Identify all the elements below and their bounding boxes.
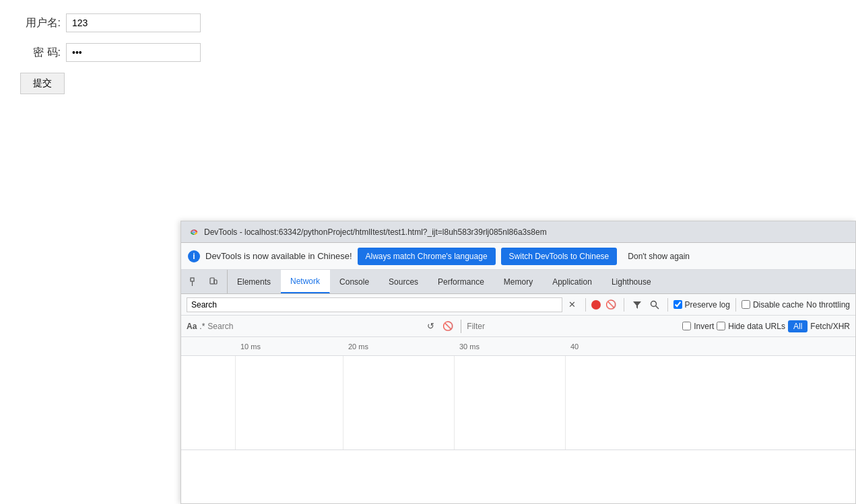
throttle-select[interactable]: No throttling <box>806 300 850 310</box>
search-input[interactable] <box>187 297 562 312</box>
toolbar-separator-3 <box>667 298 668 312</box>
toolbar-separator-4 <box>735 298 736 312</box>
grid-line-1 <box>235 356 236 449</box>
search-icon[interactable] <box>647 297 662 312</box>
infobar-message: DevTools is now available in Chinese! <box>205 251 352 261</box>
tab-network[interactable]: Network <box>281 270 330 293</box>
tab-icon-group <box>181 270 228 293</box>
preserve-log-checkbox-label[interactable]: Preserve log <box>673 300 730 310</box>
invert-checkbox[interactable] <box>682 322 691 330</box>
tab-console[interactable]: Console <box>330 270 379 293</box>
password-row: 密 码: <box>20 43 836 62</box>
svg-marker-9 <box>633 301 641 309</box>
hide-data-urls-checkbox-label[interactable]: Hide data URLs <box>717 322 785 331</box>
invert-checkbox-label[interactable]: Invert <box>682 322 714 331</box>
disable-cache-checkbox-label[interactable]: Disable cache <box>742 300 803 310</box>
username-label: 用户名: <box>20 16 61 30</box>
submit-row: 提交 <box>20 73 836 94</box>
timeline-tick-40ms: 40 <box>570 343 579 351</box>
timeline-body <box>181 356 855 449</box>
disable-cache-checkbox[interactable] <box>742 300 750 309</box>
timeline-ruler: 10 ms 20 ms 30 ms 40 <box>187 337 850 355</box>
filter-input[interactable] <box>467 319 680 334</box>
device-mode-icon[interactable] <box>205 274 222 290</box>
search-text-input[interactable] <box>207 319 420 334</box>
timeline-grid <box>181 356 855 449</box>
timeline-header: 10 ms 20 ms 30 ms 40 <box>181 337 855 356</box>
search-regex-label[interactable]: .* <box>199 322 205 331</box>
password-input[interactable] <box>66 43 201 62</box>
svg-point-8 <box>211 283 212 283</box>
filter-icon[interactable] <box>630 297 645 312</box>
svg-rect-7 <box>214 280 217 284</box>
stop-recording-button[interactable]: 🚫 <box>603 297 618 312</box>
devtools-titlebar: DevTools - localhost:63342/pythonProject… <box>181 221 855 243</box>
devtools-timeline: 10 ms 20 ms 30 ms 40 <box>181 337 855 449</box>
devtools-toolbar: ✕ 🚫 Preserve log Disable cache No thrott… <box>181 294 855 316</box>
tab-elements[interactable]: Elements <box>228 270 281 293</box>
page-content: 用户名: 密 码: 提交 <box>0 0 856 222</box>
grid-line-4 <box>565 356 566 449</box>
svg-rect-6 <box>210 278 214 284</box>
timeline-tick-20ms: 20 ms <box>348 343 368 351</box>
svg-point-2 <box>193 231 195 233</box>
devtools-tabs: Elements Network Console Sources Perform… <box>181 270 855 294</box>
svg-line-11 <box>655 305 659 309</box>
svg-point-10 <box>651 301 656 306</box>
devtools-title: DevTools - localhost:63342/pythonProject… <box>204 227 849 237</box>
grid-line-2 <box>343 356 343 449</box>
filter-separator <box>461 320 461 333</box>
chrome-logo-icon <box>188 226 200 238</box>
always-match-language-button[interactable]: Always match Chrome's language <box>358 248 496 265</box>
devtools-panel: DevTools - localhost:63342/pythonProject… <box>180 221 856 504</box>
submit-button[interactable]: 提交 <box>20 73 65 94</box>
password-label: 密 码: <box>20 46 61 60</box>
timeline-tick-10ms: 10 ms <box>240 343 261 351</box>
tab-memory[interactable]: Memory <box>494 270 543 293</box>
switch-to-chinese-button[interactable]: Switch DevTools to Chinese <box>501 248 618 265</box>
username-row: 用户名: <box>20 13 836 32</box>
tab-application[interactable]: Application <box>543 270 602 293</box>
toolbar-separator-2 <box>624 298 624 312</box>
hide-data-urls-checkbox[interactable] <box>717 322 725 330</box>
timeline-tick-30ms: 30 ms <box>459 343 480 351</box>
svg-rect-3 <box>191 278 194 281</box>
devtools-infobar: i DevTools is now available in Chinese! … <box>181 243 855 270</box>
element-picker-icon[interactable] <box>187 274 203 290</box>
search-aa-label[interactable]: Aa <box>187 322 197 331</box>
info-icon: i <box>188 250 200 262</box>
dont-show-again-button[interactable]: Don't show again <box>622 248 695 265</box>
devtools-searchbar: Aa .* ↺ 🚫 Invert Hide data URLs All Fetc… <box>181 316 855 337</box>
username-input[interactable] <box>66 13 201 32</box>
search-refresh-button[interactable]: ↺ <box>423 319 438 334</box>
search-clear-button[interactable]: 🚫 <box>440 319 455 334</box>
grid-line-3 <box>454 356 455 449</box>
tab-sources[interactable]: Sources <box>379 270 428 293</box>
preserve-log-checkbox[interactable] <box>673 300 682 309</box>
record-button[interactable] <box>591 300 601 310</box>
toolbar-separator-1 <box>585 298 586 312</box>
all-filter-button[interactable]: All <box>788 320 808 332</box>
devtools-bottom-panel <box>181 449 855 503</box>
tab-performance[interactable]: Performance <box>428 270 494 293</box>
clear-search-button[interactable]: ✕ <box>565 297 580 312</box>
fetch-xhr-label: Fetch/XHR <box>810 322 850 331</box>
tab-lighthouse[interactable]: Lighthouse <box>602 270 661 293</box>
